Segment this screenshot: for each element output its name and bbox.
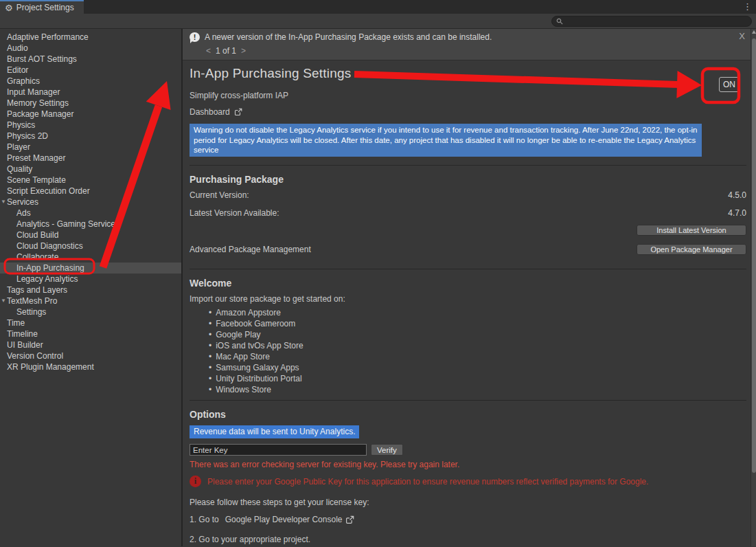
- section-divider: [190, 269, 746, 269]
- store-item: iOS and tvOs App Store: [209, 341, 746, 352]
- sidebar-item-physics-2d[interactable]: Physics 2D: [0, 131, 181, 142]
- search-box[interactable]: [551, 16, 752, 27]
- latest-version-row: Latest Version Available: 4.7.0: [190, 208, 746, 218]
- simplify-iap-label: Simplify cross-platform IAP: [190, 91, 746, 100]
- sidebar-item-xr-plugin-management[interactable]: XR Plugin Management: [0, 361, 181, 372]
- scroll-up-icon[interactable]: [752, 30, 756, 34]
- store-item: Amazon Appstore: [209, 308, 746, 319]
- legacy-analytics-warning: Warning do not disable the Legacy Analyt…: [190, 124, 702, 157]
- sidebar-item-memory-settings[interactable]: Memory Settings: [0, 98, 181, 109]
- sidebar-item-quality[interactable]: Quality: [0, 164, 181, 175]
- pager-prev-icon[interactable]: <: [206, 46, 211, 56]
- welcome-intro: Import our store package to get started …: [190, 294, 746, 304]
- step-2-text: 2. Go to your appropriate project.: [190, 535, 746, 544]
- google-play-console-link[interactable]: Google Play Developer Console: [225, 515, 343, 524]
- license-steps-intro: Please follow these steps to get your li…: [190, 498, 746, 507]
- external-link-icon: [234, 108, 242, 116]
- foldout-icon[interactable]: ▼: [1, 298, 6, 304]
- verify-button[interactable]: Verify: [371, 444, 403, 456]
- sidebar-item-version-control[interactable]: Version Control: [0, 350, 181, 361]
- sidebar-item-timeline[interactable]: Timeline: [0, 328, 181, 339]
- notification-pager: < 1 of 1 >: [206, 46, 749, 56]
- close-icon[interactable]: X: [739, 31, 745, 41]
- sidebar-item-burst-aot-settings[interactable]: Burst AOT Settings: [0, 54, 181, 65]
- revenue-analytics-note: Revenue data will be sent to Unity Analy…: [190, 425, 359, 438]
- current-version-value: 4.5.0: [728, 190, 746, 200]
- options-heading: Options: [190, 409, 746, 420]
- sidebar-item-scene-template[interactable]: Scene Template: [0, 175, 181, 186]
- step-1-prefix: 1. Go to: [190, 515, 219, 524]
- sidebar-item-tags-and-layers[interactable]: Tags and Layers: [0, 284, 181, 295]
- tab-title: Project Settings: [16, 3, 74, 12]
- store-item: Mac App Store: [209, 352, 746, 363]
- external-link-icon: [345, 515, 354, 524]
- iap-on-toggle[interactable]: ON: [719, 77, 740, 92]
- sidebar-item-collaborate[interactable]: Collaborate: [0, 252, 181, 263]
- sidebar-item-legacy-analytics[interactable]: Legacy Analytics: [0, 274, 181, 284]
- sidebar-item-graphics[interactable]: Graphics: [0, 76, 181, 87]
- server-error-text: There was an error checking server for e…: [190, 460, 746, 469]
- sidebar-item-script-execution-order[interactable]: Script Execution Order: [0, 186, 181, 197]
- sidebar-item-services[interactable]: ▼Services: [0, 197, 181, 208]
- pager-count: 1 of 1: [216, 46, 236, 56]
- gear-icon: ⚙: [5, 3, 13, 12]
- current-version-label: Current Version:: [190, 190, 249, 200]
- sidebar-item-package-manager[interactable]: Package Manager: [0, 109, 181, 120]
- install-latest-version-button[interactable]: Install Latest Version: [637, 225, 746, 236]
- current-version-row: Current Version: 4.5.0: [190, 190, 746, 200]
- sidebar-item-input-manager[interactable]: Input Manager: [0, 87, 181, 98]
- step-1-row: 1. Go to Google Play Developer Console: [190, 515, 746, 524]
- in-app-purchasing-panel: ! A newer version of the In-App Purchasi…: [183, 29, 756, 546]
- purchasing-package-heading: Purchasing Package: [190, 174, 746, 185]
- sidebar-item-ads[interactable]: Ads: [0, 208, 181, 219]
- sidebar-item-textmesh-pro[interactable]: ▼TextMesh Pro: [0, 295, 181, 306]
- section-divider: [190, 400, 746, 401]
- alert-bubble-icon: !: [190, 32, 200, 42]
- open-package-manager-button[interactable]: Open Package Manager: [637, 244, 746, 255]
- sidebar-item-audio[interactable]: Audio: [0, 43, 181, 54]
- sidebar-item-player[interactable]: Player: [0, 142, 181, 153]
- settings-category-list: Adaptive Performance Audio Burst AOT Set…: [0, 29, 183, 546]
- sidebar-item-editor[interactable]: Editor: [0, 65, 181, 76]
- sidebar-item-analytics-gaming-services[interactable]: Analytics - Gaming Services: [0, 219, 181, 230]
- search-input[interactable]: [566, 17, 747, 25]
- sidebar-item-in-app-purchasing[interactable]: In-App Purchasing: [0, 263, 181, 274]
- sidebar-item-cloud-build[interactable]: Cloud Build: [0, 230, 181, 241]
- store-item: Facebook Gameroom: [209, 319, 746, 330]
- scrollbar-thumb[interactable]: [752, 38, 756, 473]
- vertical-scrollbar[interactable]: [751, 29, 756, 546]
- settings-toolbar: [0, 14, 756, 29]
- sidebar-item-time[interactable]: Time: [0, 317, 181, 328]
- google-key-input[interactable]: [190, 444, 367, 456]
- store-item: Samsung Galaxy Apps: [209, 363, 746, 374]
- sidebar-item-ui-builder[interactable]: UI Builder: [0, 339, 181, 350]
- page-title: In-App Purchasing Settings: [190, 60, 746, 81]
- section-divider: [190, 165, 746, 166]
- advanced-package-management-label: Advanced Package Management: [190, 245, 311, 254]
- store-list: Amazon Appstore Facebook Gameroom Google…: [209, 308, 746, 396]
- package-update-notification: ! A newer version of the In-App Purchasi…: [183, 29, 756, 60]
- sidebar-item-preset-manager[interactable]: Preset Manager: [0, 153, 181, 164]
- latest-version-value: 4.7.0: [728, 208, 746, 218]
- kebab-menu-icon[interactable]: ⋮: [743, 1, 752, 12]
- window-titlebar: ⚙ Project Settings ⋮: [0, 0, 756, 14]
- tab-project-settings[interactable]: ⚙ Project Settings: [0, 0, 84, 14]
- welcome-heading: Welcome: [190, 278, 746, 289]
- google-key-notice: Please enter your Google Public Key for …: [207, 477, 648, 487]
- error-info-icon: i: [190, 476, 201, 487]
- store-item: Windows Store: [209, 385, 746, 396]
- foldout-icon[interactable]: ▼: [1, 199, 6, 205]
- dashboard-link[interactable]: Dashboard: [190, 107, 746, 117]
- sidebar-item-textmesh-settings[interactable]: Settings: [0, 306, 181, 317]
- sidebar-item-physics[interactable]: Physics: [0, 120, 181, 131]
- store-item: Unity Distribution Portal: [209, 374, 746, 385]
- notification-message: A newer version of the In-App Purchasing…: [205, 32, 492, 42]
- store-item: Google Play: [209, 330, 746, 341]
- pager-next-icon[interactable]: >: [241, 46, 246, 56]
- search-icon: [556, 18, 563, 25]
- sidebar-item-cloud-diagnostics[interactable]: Cloud Diagnostics: [0, 241, 181, 252]
- sidebar-item-adaptive-performance[interactable]: Adaptive Performance: [0, 32, 181, 43]
- latest-version-label: Latest Version Available:: [190, 208, 279, 218]
